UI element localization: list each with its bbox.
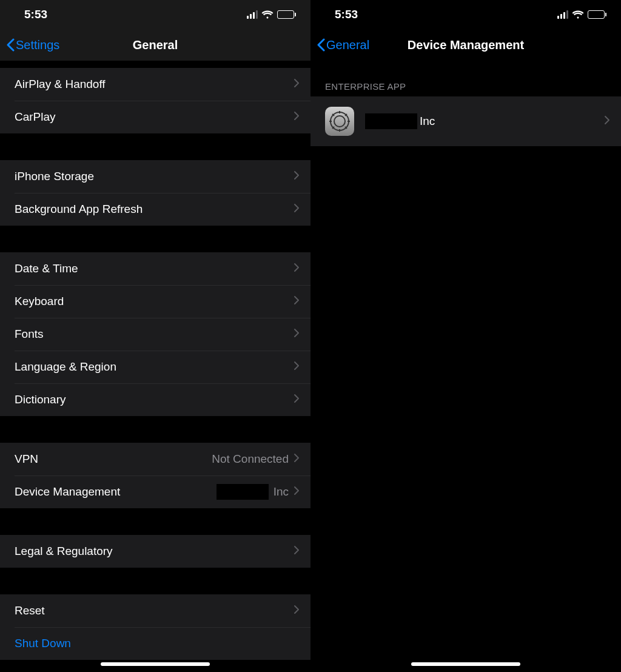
chevron-right-icon xyxy=(294,485,300,499)
row-label: Date & Time xyxy=(15,262,294,275)
general-settings-screen: 5:53 Settings General AirPlay & HandoffC… xyxy=(0,0,310,672)
row-langregion[interactable]: Language & Region xyxy=(0,351,310,383)
status-bar: 5:53 xyxy=(310,0,621,29)
row-keyboard[interactable]: Keyboard xyxy=(0,285,310,318)
row-label: iPhone Storage xyxy=(15,170,294,183)
row-reset[interactable]: Reset xyxy=(0,594,310,627)
row-label: Fonts xyxy=(15,328,294,341)
nav-bar: Settings General xyxy=(0,29,310,61)
enterprise-profile-row[interactable]: Inc xyxy=(310,96,621,146)
back-label: Settings xyxy=(16,38,59,52)
chevron-left-icon xyxy=(317,38,325,52)
chevron-right-icon xyxy=(294,170,300,183)
row-label: Dictionary xyxy=(15,393,294,406)
status-time: 5:53 xyxy=(24,8,47,21)
cellular-signal-icon xyxy=(247,10,258,19)
status-time: 5:53 xyxy=(335,8,358,21)
battery-icon xyxy=(277,10,296,19)
row-carplay[interactable]: CarPlay xyxy=(0,101,310,133)
row-label: Shut Down xyxy=(15,637,300,650)
back-button[interactable]: Settings xyxy=(6,38,59,52)
status-icons xyxy=(247,10,296,19)
row-label: Background App Refresh xyxy=(15,203,294,216)
chevron-right-icon xyxy=(294,328,300,341)
profile-gear-icon xyxy=(325,107,354,136)
cellular-signal-icon xyxy=(557,10,568,19)
row-label: Keyboard xyxy=(15,295,294,308)
chevron-right-icon xyxy=(604,115,610,128)
row-value: Inc xyxy=(217,484,289,500)
row-shutdown[interactable]: Shut Down xyxy=(0,627,310,660)
svg-point-1 xyxy=(334,116,345,127)
redacted-text xyxy=(217,484,269,500)
chevron-right-icon xyxy=(294,393,300,406)
row-label: Reset xyxy=(15,604,294,617)
back-label: General xyxy=(326,38,369,52)
chevron-right-icon xyxy=(294,295,300,308)
redacted-text xyxy=(365,113,417,129)
row-label: VPN xyxy=(15,452,212,466)
row-fonts[interactable]: Fonts xyxy=(0,318,310,351)
row-datetime[interactable]: Date & Time xyxy=(0,252,310,285)
back-button[interactable]: General xyxy=(317,38,369,52)
row-devicemgmt[interactable]: Device ManagementInc xyxy=(0,475,310,508)
chevron-right-icon xyxy=(294,262,300,275)
chevron-right-icon xyxy=(294,604,300,617)
row-airplay[interactable]: AirPlay & Handoff xyxy=(0,68,310,101)
home-indicator[interactable] xyxy=(101,662,210,666)
row-label: Device Management xyxy=(15,485,217,499)
chevron-right-icon xyxy=(294,78,300,91)
chevron-right-icon xyxy=(294,110,300,124)
row-bgrefresh[interactable]: Background App Refresh xyxy=(0,193,310,226)
profile-name-suffix: Inc xyxy=(420,115,435,128)
wifi-icon xyxy=(261,10,274,19)
row-legal[interactable]: Legal & Regulatory xyxy=(0,535,310,568)
row-value: Not Connected xyxy=(212,452,289,466)
row-label: Language & Region xyxy=(15,360,294,374)
profile-name: Inc xyxy=(365,113,604,129)
profile-list: ENTERPRISE APP Inc xyxy=(310,61,621,672)
row-vpn[interactable]: VPNNot Connected xyxy=(0,443,310,475)
settings-list: AirPlay & HandoffCarPlayiPhone StorageBa… xyxy=(0,61,310,672)
device-management-screen: 5:53 General Device Management ENTERPRIS… xyxy=(310,0,621,672)
chevron-right-icon xyxy=(294,545,300,558)
nav-bar: General Device Management xyxy=(310,29,621,61)
chevron-right-icon xyxy=(294,203,300,216)
row-label: AirPlay & Handoff xyxy=(15,78,294,91)
row-dictionary[interactable]: Dictionary xyxy=(0,383,310,416)
row-label: Legal & Regulatory xyxy=(15,545,294,558)
chevron-right-icon xyxy=(294,360,300,374)
row-label: CarPlay xyxy=(15,110,294,124)
chevron-left-icon xyxy=(6,38,15,52)
status-bar: 5:53 xyxy=(0,0,310,29)
home-indicator[interactable] xyxy=(411,662,520,666)
section-header-enterprise: ENTERPRISE APP xyxy=(310,81,621,96)
chevron-right-icon xyxy=(294,452,300,466)
battery-icon xyxy=(588,10,606,19)
wifi-icon xyxy=(572,10,584,19)
row-storage[interactable]: iPhone Storage xyxy=(0,160,310,193)
status-icons xyxy=(557,10,606,19)
